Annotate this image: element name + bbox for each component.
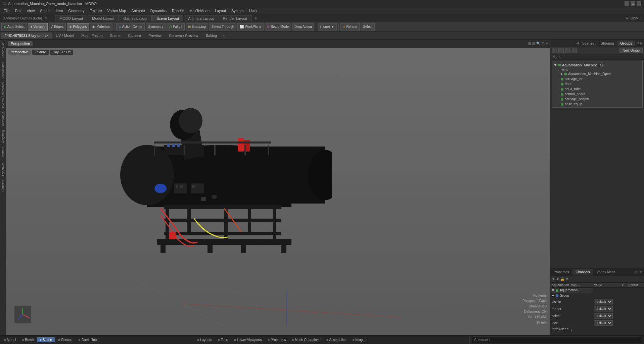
- menu-edit[interactable]: Edit: [13, 8, 24, 13]
- vertices-button[interactable]: ● Vertices: [28, 23, 48, 31]
- sub-tab-scene[interactable]: Scene: [107, 33, 124, 39]
- rp-expand-icon[interactable]: ◀: [576, 41, 579, 45]
- action-center-button[interactable]: ⊕ Action Center: [116, 23, 145, 31]
- sidebar-tab-coordinates[interactable]: Coordinates: [1, 60, 5, 80]
- scene-group-header[interactable]: Aquamation_Machine_O ...: [553, 62, 642, 68]
- rpb-tab-properties[interactable]: Properties: [550, 269, 572, 275]
- viewport-maximize-icon[interactable]: ⊞: [528, 42, 531, 45]
- snapping-button[interactable]: ⊞ Snapping: [186, 23, 208, 31]
- tab-render-layout[interactable]: Render Layout: [219, 15, 251, 21]
- bb-time-button[interactable]: ■ Time: [215, 337, 231, 342]
- menu-texture[interactable]: Texture: [88, 8, 104, 13]
- rpb-tab-channels[interactable]: Channels: [572, 269, 593, 275]
- tab-animate-layout[interactable]: Animate Layout: [184, 15, 218, 21]
- bb-images-button[interactable]: ■ Images: [350, 337, 369, 342]
- tab-modo-layout[interactable]: MODO Layout: [55, 15, 87, 21]
- menu-layout[interactable]: Layout: [213, 8, 228, 13]
- tree-item-2[interactable]: door: [553, 81, 642, 87]
- menu-vertex-map[interactable]: Vertex Map: [105, 8, 129, 13]
- tab-scene-layout[interactable]: Scene Layout: [152, 15, 183, 21]
- add-sub-tab-button[interactable]: +: [221, 33, 227, 38]
- menu-maxomodo[interactable]: MaxToModo: [187, 8, 212, 13]
- close-button[interactable]: ×: [637, 1, 641, 6]
- sub-tab-baking[interactable]: Baking: [202, 33, 221, 39]
- bb-scene-button[interactable]: ■ Scene: [37, 337, 55, 342]
- sidebar-tab-weighting[interactable]: Weighting: [1, 128, 5, 146]
- materials-button[interactable]: ◉ Materials: [90, 23, 112, 31]
- bb-assemblies-button[interactable]: ■ Assemblies: [324, 337, 349, 342]
- group-expand-arrow[interactable]: [554, 64, 557, 66]
- menu-file[interactable]: File: [1, 8, 12, 13]
- sidebar-tab-controls[interactable]: Controls: [1, 145, 5, 161]
- tree-item-6[interactable]: base_equip: [553, 102, 642, 107]
- menu-select[interactable]: Select: [38, 8, 53, 13]
- tree-item-5[interactable]: carriage_bottom: [553, 97, 642, 102]
- channels-expand-icon[interactable]: ⊞: [633, 270, 638, 274]
- bb-layouts-button[interactable]: ■ Layouts: [195, 337, 215, 342]
- sub-tab-camera-preview[interactable]: Camera / Preview: [166, 33, 201, 39]
- minimize-button[interactable]: —: [625, 1, 629, 6]
- sub-tab-mesh-fusion[interactable]: Mesh Fusion: [78, 33, 106, 39]
- bb-mesh-ops-button[interactable]: ■ Mesh Operations: [289, 337, 323, 342]
- ch-add-user-label[interactable]: (add user c...): [550, 327, 644, 332]
- render-button[interactable]: ◈ Render: [340, 23, 360, 31]
- alt-layouts-label[interactable]: Alternative Layouts (Beta): [1, 16, 44, 20]
- viewport-tab-perspective[interactable]: Perspective: [8, 41, 33, 46]
- menu-view[interactable]: View: [25, 8, 37, 13]
- tree-item-3[interactable]: aqua_tube: [553, 87, 642, 92]
- ch-dropdown-render[interactable]: default: [594, 306, 613, 311]
- tree-item-0[interactable]: Aquamation_Machine_Open: [553, 71, 642, 76]
- tree-item-1[interactable]: carriage_top: [553, 76, 642, 81]
- ray-gl-button[interactable]: Ray GL: Off: [50, 50, 73, 55]
- rp-icon2[interactable]: ⬛: [558, 48, 564, 53]
- menu-item[interactable]: Item: [53, 8, 65, 13]
- sub-tab-lay-unmax[interactable]: #4814678031:8:lay-unmax: [1, 33, 52, 39]
- none-dropdown-button[interactable]: (none) ▼: [318, 23, 337, 31]
- bb-context-button[interactable]: ■ Context: [55, 337, 75, 342]
- channels-settings-icon[interactable]: ⚙: [638, 270, 644, 274]
- drop-action-button[interactable]: Drop Action: [292, 23, 314, 31]
- ch-dropdown-select[interactable]: default: [594, 313, 613, 319]
- title-bar-controls[interactable]: — □ ×: [625, 1, 641, 6]
- rp-tab-groups[interactable]: Groups: [617, 41, 635, 46]
- sub-tab-preview[interactable]: Preview: [145, 33, 165, 39]
- edges-button[interactable]: ╱ Edges: [49, 23, 66, 31]
- texture-button[interactable]: Texture: [32, 50, 49, 55]
- sub-tab-uv-model[interactable]: UV / Model: [52, 33, 77, 39]
- viewport-fit-icon[interactable]: ⊡: [532, 42, 535, 45]
- bb-game-tools-button[interactable]: ■ Game Tools: [76, 337, 102, 342]
- bb-brush-button[interactable]: ■ Brush: [19, 337, 37, 342]
- menu-dynamics[interactable]: Dynamics: [148, 8, 169, 13]
- command-input[interactable]: [472, 337, 642, 343]
- scene-tree[interactable]: Aquamation_Machine_O ... 7 Items Aquamat…: [550, 60, 644, 268]
- rp-icon1[interactable]: ⬛: [552, 48, 557, 53]
- ch-dropdown-lock[interactable]: default: [594, 320, 613, 326]
- rp-settings-icon[interactable]: ⚙: [636, 41, 639, 45]
- rp-tab-shading[interactable]: Shading: [598, 41, 617, 46]
- viewport-menu-icon[interactable]: ≡: [546, 42, 548, 45]
- auto-select-button[interactable]: ▶ Auto Select: [1, 23, 27, 31]
- sidebar-tab-assoc[interactable]: Assoc & Set: [1, 40, 5, 60]
- tab-model-layout[interactable]: Model Layout: [88, 15, 119, 21]
- bb-model-button[interactable]: ■ Model: [1, 337, 19, 342]
- falloff-button[interactable]: ⬡ Falloff: [167, 23, 184, 31]
- rp-icon3[interactable]: ⬛: [565, 48, 570, 53]
- menu-system[interactable]: System: [229, 8, 246, 13]
- polygons-button[interactable]: ◈ Polygons: [67, 23, 89, 31]
- menu-animate[interactable]: Animate: [129, 8, 147, 13]
- setup-mode-button[interactable]: ⊚ Setup Mode: [265, 23, 291, 31]
- select-through-button[interactable]: Select Through: [209, 23, 237, 31]
- select-button[interactable]: Select: [361, 23, 375, 31]
- ch-expand-1[interactable]: [552, 289, 554, 291]
- rp-tab-scenes[interactable]: Scenes: [580, 41, 597, 46]
- rp-icon4[interactable]: ⬛: [572, 48, 577, 53]
- sidebar-tab-inverse[interactable]: Inverse Kinematics: [1, 80, 5, 110]
- bb-lower-viewports-button[interactable]: ■ Lower Viewports: [231, 337, 264, 342]
- rp-expand2-icon[interactable]: ▶: [640, 41, 643, 45]
- perspective-button[interactable]: Perspective: [8, 50, 31, 55]
- rpb-tab-vertex-maps[interactable]: Vertex Maps: [593, 269, 619, 275]
- ch-dropdown-visible[interactable]: default: [594, 299, 613, 304]
- tab-games-layout[interactable]: Games Layout: [119, 15, 152, 21]
- tree-item-4[interactable]: control_board: [553, 92, 642, 97]
- sidebar-tab-particles[interactable]: Particles: [1, 178, 5, 194]
